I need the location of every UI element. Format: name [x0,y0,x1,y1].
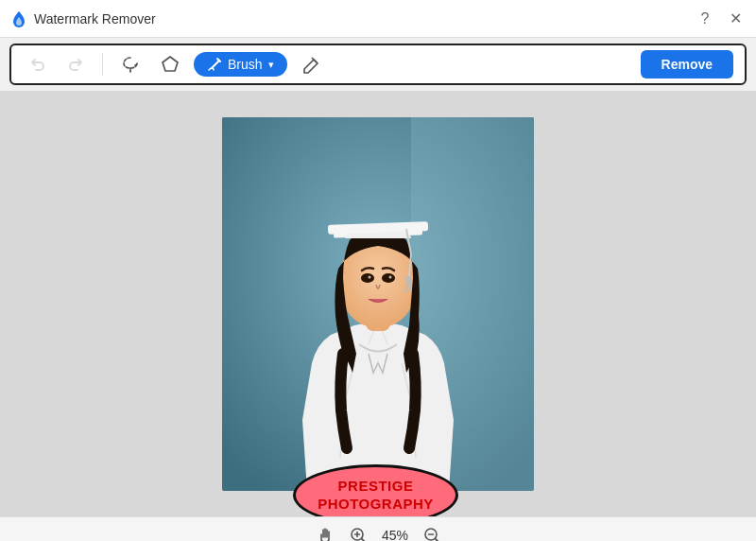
title-right: ? ✕ [694,8,747,30]
polygon-icon [160,54,180,75]
lasso-icon [120,54,141,75]
svg-point-8 [369,275,371,278]
zoom-in-icon [350,527,367,542]
remove-button[interactable]: Remove [641,50,733,79]
watermark-line2: PHOTOGRAPHY [318,496,434,512]
eraser-button[interactable] [295,50,327,79]
brush-label: Brush [228,57,263,72]
brush-icon [207,57,222,72]
watermark-ellipse: PRESTIGE PHOTOGRAPHY [293,464,458,517]
zoom-in-button[interactable] [350,527,367,542]
redo-icon [66,55,85,74]
zoom-level: 45% [382,528,408,542]
svg-point-6 [361,273,374,283]
redo-button[interactable] [60,51,91,78]
zoom-out-button[interactable] [423,527,440,542]
watermark-text: PRESTIGE PHOTOGRAPHY [318,477,434,514]
lasso-button[interactable] [114,50,146,79]
graduation-photo [222,117,534,491]
app-logo-icon [9,9,28,28]
hand-tool-button[interactable] [316,526,335,542]
separator-1 [102,53,103,76]
canvas-area: PRESTIGE PHOTOGRAPHY [0,91,756,516]
svg-line-16 [410,276,411,292]
brush-dropdown-icon: ▾ [268,59,274,71]
help-button[interactable]: ? [694,8,716,30]
photo-container: PRESTIGE PHOTOGRAPHY [222,117,534,491]
photo-background [222,117,534,491]
undo-button[interactable] [23,51,53,78]
eraser-icon [301,54,321,75]
title-left: Watermark Remover [9,9,156,28]
zoom-bar: 45% [0,516,756,541]
zoom-out-icon [423,527,440,542]
svg-point-7 [382,273,395,283]
title-bar: Watermark Remover ? ✕ [0,0,756,38]
undo-icon [28,55,47,74]
watermark-line1: PRESTIGE [338,478,414,494]
watermark-area: PRESTIGE PHOTOGRAPHY [293,464,463,517]
svg-point-9 [389,275,392,278]
close-button[interactable]: ✕ [724,8,747,30]
toolbar: Brush ▾ Remove [9,44,747,85]
app-title: Watermark Remover [34,11,156,26]
hand-icon [316,526,335,542]
polygon-button[interactable] [154,50,186,79]
brush-button[interactable]: Brush ▾ [194,52,287,77]
